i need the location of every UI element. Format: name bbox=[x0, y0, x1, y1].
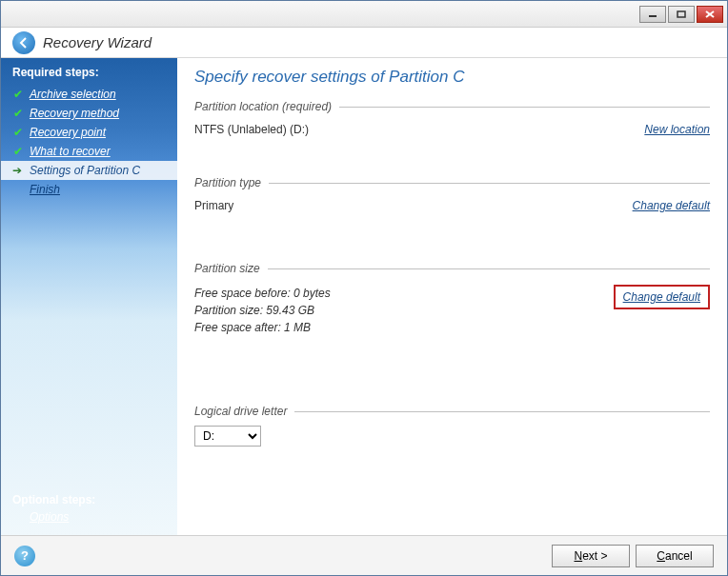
step-link[interactable]: Recovery point bbox=[30, 126, 106, 139]
change-default-type-link[interactable]: Change default bbox=[633, 199, 710, 212]
divider bbox=[294, 411, 710, 412]
change-default-size-link[interactable]: Change default bbox=[614, 285, 710, 309]
step-label: Settings of Partition C bbox=[30, 164, 140, 177]
maximize-button[interactable] bbox=[668, 6, 695, 23]
step-recovery-point[interactable]: ✔ Recovery point bbox=[12, 123, 177, 142]
help-button[interactable]: ? bbox=[14, 546, 35, 566]
wizard-window: Recovery Wizard Required steps: ✔ Archiv… bbox=[0, 0, 728, 576]
step-link[interactable]: Archive selection bbox=[30, 88, 116, 101]
type-row: Primary Change default bbox=[194, 197, 710, 214]
section-header: Partition location (required) bbox=[194, 100, 710, 113]
check-icon: ✔ bbox=[12, 107, 24, 120]
current-arrow-icon: ➔ bbox=[12, 164, 22, 177]
check-icon: ✔ bbox=[12, 145, 24, 158]
section-label: Partition location (required) bbox=[194, 100, 332, 113]
sidebar: Required steps: ✔ Archive selection ✔ Re… bbox=[1, 58, 177, 535]
close-button[interactable] bbox=[697, 6, 723, 23]
check-icon: ✔ bbox=[12, 88, 24, 101]
step-recovery-method[interactable]: ✔ Recovery method bbox=[12, 104, 177, 123]
section-drive-letter: Logical drive letter D: bbox=[194, 405, 710, 447]
section-label: Logical drive letter bbox=[194, 405, 287, 418]
next-button[interactable]: Next > bbox=[552, 545, 630, 567]
check-icon: ✔ bbox=[12, 126, 24, 139]
step-what-to-recover[interactable]: ✔ What to recover bbox=[12, 142, 177, 161]
main-panel: Specify recover settings of Partition C … bbox=[177, 58, 727, 535]
options-link[interactable]: Options bbox=[12, 510, 95, 524]
divider bbox=[268, 268, 710, 269]
optional-steps-title: Optional steps: bbox=[12, 493, 95, 506]
back-button[interactable] bbox=[12, 31, 35, 54]
free-space-before: Free space before: 0 bytes bbox=[194, 285, 331, 302]
step-link[interactable]: Finish bbox=[30, 183, 60, 196]
partition-size-value: Partition size: 59.43 GB bbox=[194, 302, 331, 319]
section-header: Partition type bbox=[194, 176, 710, 189]
cancel-button[interactable]: Cancel bbox=[636, 545, 714, 567]
titlebar bbox=[1, 1, 727, 28]
section-label: Partition size bbox=[194, 262, 260, 275]
size-values: Free space before: 0 bytes Partition siz… bbox=[194, 285, 331, 336]
wizard-body: Required steps: ✔ Archive selection ✔ Re… bbox=[1, 58, 727, 535]
new-location-link[interactable]: New location bbox=[644, 123, 710, 136]
section-partition-location: Partition location (required) NTFS (Unla… bbox=[194, 100, 710, 138]
minimize-button[interactable] bbox=[639, 6, 666, 23]
step-link[interactable]: Recovery method bbox=[30, 107, 119, 120]
location-value: NTFS (Unlabeled) (D:) bbox=[194, 123, 309, 136]
required-steps-title: Required steps: bbox=[12, 66, 177, 79]
divider bbox=[269, 183, 710, 184]
section-header: Logical drive letter bbox=[194, 405, 710, 418]
size-row: Free space before: 0 bytes Partition siz… bbox=[194, 283, 710, 338]
step-finish[interactable]: Finish bbox=[12, 180, 177, 199]
close-icon bbox=[705, 10, 715, 18]
minimize-icon bbox=[648, 10, 657, 18]
step-link[interactable]: What to recover bbox=[30, 145, 111, 158]
svg-rect-1 bbox=[677, 11, 685, 17]
drive-letter-select[interactable]: D: bbox=[194, 426, 261, 447]
divider bbox=[339, 107, 710, 108]
section-label: Partition type bbox=[194, 176, 261, 189]
step-settings-partition-c: ➔ Settings of Partition C bbox=[1, 161, 177, 180]
drive-letter-select-wrap: D: bbox=[194, 426, 710, 447]
location-row: NTFS (Unlabeled) (D:) New location bbox=[194, 121, 710, 138]
header-title: Recovery Wizard bbox=[43, 34, 152, 50]
type-value: Primary bbox=[194, 199, 233, 212]
section-partition-size: Partition size Free space before: 0 byte… bbox=[194, 262, 710, 338]
header: Recovery Wizard bbox=[1, 28, 727, 58]
back-arrow-icon bbox=[17, 36, 30, 50]
section-header: Partition size bbox=[194, 262, 710, 275]
page-title: Specify recover settings of Partition C bbox=[194, 68, 710, 87]
section-partition-type: Partition type Primary Change default bbox=[194, 176, 710, 214]
footer: ? Next > Cancel bbox=[1, 535, 727, 575]
optional-steps: Optional steps: Options bbox=[12, 493, 95, 524]
free-space-after: Free space after: 1 MB bbox=[194, 319, 331, 336]
step-archive-selection[interactable]: ✔ Archive selection bbox=[12, 85, 177, 104]
maximize-icon bbox=[677, 10, 686, 18]
